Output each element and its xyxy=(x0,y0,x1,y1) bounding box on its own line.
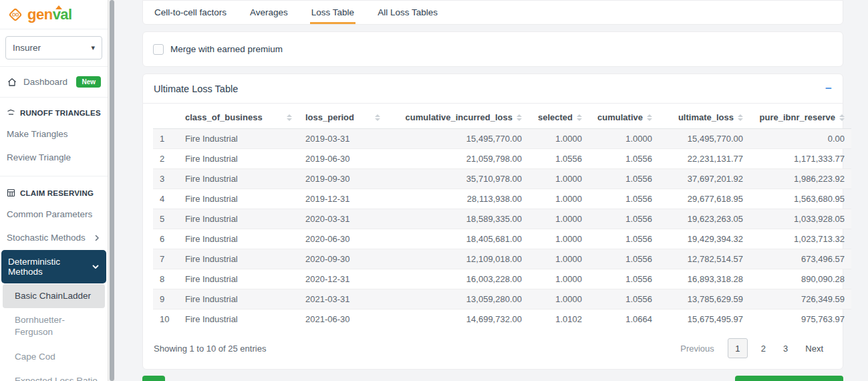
view-all-loss-tables-button[interactable]: View all loss tables→ xyxy=(735,376,843,381)
cumulative-cell: 1.0556 xyxy=(589,189,659,209)
tab-loss-table[interactable]: Loss Table xyxy=(310,1,355,24)
sort-icon[interactable] xyxy=(375,114,380,121)
sidebar-item-deterministic-methods[interactable]: Deterministic Methods xyxy=(1,250,106,283)
genval-logo[interactable]: genval xyxy=(0,0,108,29)
cumulative-incurred-loss-cell: 16,003,228.00 xyxy=(387,269,529,289)
column-header-class-of-business[interactable]: class_of_business xyxy=(178,106,299,129)
card-header: Ultimate Loss Table − xyxy=(143,74,843,104)
sidebar-item-label: Dashboard xyxy=(23,77,70,87)
loss-period-cell: 2020-06-30 xyxy=(299,229,387,249)
tab-bar: Cell-to-cell factors Averages Loss Table… xyxy=(142,0,843,25)
pagination-page-2[interactable]: 2 xyxy=(752,340,774,358)
sort-icon[interactable] xyxy=(738,114,743,121)
table-row[interactable]: 3 Fire Industrial 2019-09-30 35,710,978.… xyxy=(153,169,851,189)
pure-ibnr-reserve-cell: 0.00 xyxy=(750,129,851,149)
cumulative-incurred-loss-cell: 18,405,681.00 xyxy=(387,229,529,249)
pagination-next[interactable]: Next xyxy=(797,340,832,358)
pagination-page-1[interactable]: 1 xyxy=(728,338,748,358)
back-button[interactable]: ← xyxy=(142,376,165,381)
ultimate-loss-cell: 37,697,201.92 xyxy=(659,169,750,189)
selected-cell: 1.0000 xyxy=(529,169,589,189)
table-row[interactable]: 5 Fire Industrial 2020-03-31 18,589,335.… xyxy=(153,209,851,229)
table-row[interactable]: 6 Fire Industrial 2020-06-30 18,405,681.… xyxy=(153,229,851,249)
ultimate-loss-cell: 15,675,495.97 xyxy=(659,309,750,330)
class-of-business-cell: Fire Industrial xyxy=(178,209,299,229)
sidebar-item-review-triangle[interactable]: Review Triangle xyxy=(0,146,108,169)
table-row[interactable]: 1 Fire Industrial 2019-03-31 15,495,770.… xyxy=(153,129,851,149)
column-header-pure-ibnr-reserve[interactable]: pure_ibnr_reserve xyxy=(750,106,851,129)
row-index-cell: 10 xyxy=(153,309,178,330)
sidebar-item-cape-cod[interactable]: Cape Cod xyxy=(0,345,108,369)
class-of-business-cell: Fire Industrial xyxy=(178,249,299,269)
runoff-triangles-icon xyxy=(7,108,15,117)
class-of-business-cell: Fire Industrial xyxy=(178,229,299,249)
pagination-previous[interactable]: Previous xyxy=(672,340,723,358)
sort-icon[interactable] xyxy=(287,114,292,121)
loss-period-cell: 2020-09-30 xyxy=(299,249,387,269)
column-header-ultimate-loss[interactable]: ultimate_loss xyxy=(659,106,750,129)
sidebar-item-basic-chainladder[interactable]: Basic ChainLadder xyxy=(3,284,105,308)
selected-cell: 1.0000 xyxy=(529,209,589,229)
sort-icon[interactable] xyxy=(647,114,652,121)
cumulative-cell: 1.0556 xyxy=(589,149,659,169)
home-icon xyxy=(7,77,17,88)
class-of-business-cell: Fire Industrial xyxy=(178,129,299,149)
cumulative-cell: 1.0664 xyxy=(589,309,659,330)
ultimate-loss-cell: 12,782,514.57 xyxy=(659,249,750,269)
sidebar-item-stochastic-methods[interactable]: Stochastic Methods xyxy=(0,226,108,249)
sort-icon[interactable] xyxy=(577,114,582,121)
section-runoff-triangles: RUNOFF TRIANGLES xyxy=(0,99,108,122)
sidebar-item-bornhuetter-ferguson[interactable]: Bornhuetter-Ferguson xyxy=(0,308,108,344)
cumulative-cell: 1.0556 xyxy=(589,169,659,189)
sidebar-item-expected-loss-ratio[interactable]: Expected Loss Ratio xyxy=(0,369,108,381)
table-row[interactable]: 10 Fire Industrial 2021-06-30 14,699,732… xyxy=(153,309,851,330)
table-row[interactable]: 8 Fire Industrial 2020-12-31 16,003,228.… xyxy=(153,269,851,289)
pagination-page-3[interactable]: 3 xyxy=(774,340,797,358)
column-header-loss-period[interactable]: loss_period xyxy=(299,106,387,129)
column-header-cumulative[interactable]: cumulative xyxy=(589,106,659,129)
cumulative-incurred-loss-cell: 35,710,978.00 xyxy=(387,169,529,189)
sort-icon[interactable] xyxy=(839,114,845,121)
tab-cell-to-cell-factors[interactable]: Cell-to-cell factors xyxy=(153,1,228,24)
scrollbar-thumb[interactable] xyxy=(110,0,114,381)
sidebar-item-make-triangles[interactable]: Make Triangles xyxy=(0,122,108,146)
selected-cell: 1.0000 xyxy=(529,249,589,269)
new-badge: New xyxy=(76,76,101,88)
table-row[interactable]: 9 Fire Industrial 2021-03-31 13,059,280.… xyxy=(153,289,851,309)
merge-earned-premium-label[interactable]: Merge with earned premium xyxy=(170,44,283,54)
cumulative-incurred-loss-cell: 12,109,018.00 xyxy=(387,249,529,269)
ultimate-loss-table: class_of_business loss_period cumulative… xyxy=(153,106,851,329)
merge-earned-premium-checkbox[interactable] xyxy=(153,44,164,55)
ultimate-loss-cell: 13,785,629.59 xyxy=(659,289,750,309)
class-of-business-cell: Fire Industrial xyxy=(178,169,299,189)
class-of-business-cell: Fire Industrial xyxy=(178,149,299,169)
cumulative-incurred-loss-cell: 18,589,335.00 xyxy=(387,209,529,229)
row-index-cell: 2 xyxy=(153,149,178,169)
sidebar-item-dashboard[interactable]: Dashboard New xyxy=(0,68,108,96)
divider xyxy=(0,97,108,98)
divider xyxy=(0,66,108,67)
chevron-down-icon xyxy=(92,263,100,271)
table-row[interactable]: 7 Fire Industrial 2020-09-30 12,109,018.… xyxy=(153,249,851,269)
insurer-dropdown[interactable]: Insurer ▾ xyxy=(5,36,102,59)
collapse-card-button[interactable]: − xyxy=(825,83,832,94)
bottom-actions: ← View all loss tables→ xyxy=(142,376,843,381)
tab-averages[interactable]: Averages xyxy=(249,1,289,24)
pure-ibnr-reserve-cell: 1,033,928.05 xyxy=(750,209,851,229)
table-header-row: class_of_business loss_period cumulative… xyxy=(153,106,851,129)
sidebar-item-common-parameters[interactable]: Common Parameters xyxy=(0,203,108,226)
pure-ibnr-reserve-cell: 673,496.57 xyxy=(750,249,851,269)
loss-period-cell: 2021-06-30 xyxy=(299,309,387,330)
sidebar-scrollbar[interactable] xyxy=(108,0,115,381)
table-row[interactable]: 2 Fire Industrial 2019-06-30 21,059,798.… xyxy=(153,149,851,169)
loss-period-cell: 2019-06-30 xyxy=(299,149,387,169)
cumulative-cell: 1.0000 xyxy=(589,129,659,149)
column-header-cumulative-incurred-loss[interactable]: cumulative_incurred_loss xyxy=(387,106,529,129)
filter-panel: Merge with earned premium xyxy=(142,31,843,67)
tab-all-loss-tables[interactable]: All Loss Tables xyxy=(376,1,439,24)
column-header-selected[interactable]: selected xyxy=(529,106,589,129)
cumulative-incurred-loss-cell: 13,059,280.00 xyxy=(387,289,529,309)
table-grid-icon xyxy=(7,188,15,197)
table-row[interactable]: 4 Fire Industrial 2019-12-31 28,113,938.… xyxy=(153,189,851,209)
sort-icon[interactable] xyxy=(517,114,522,121)
